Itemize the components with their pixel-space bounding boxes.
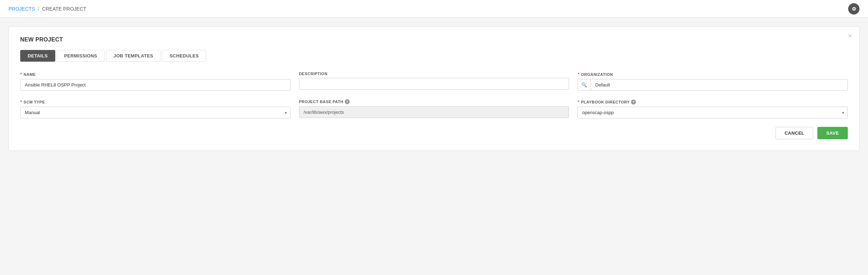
save-button[interactable]: SAVE bbox=[817, 127, 848, 139]
form-actions: CANCEL SAVE bbox=[20, 127, 848, 139]
description-field-group: DESCRIPTION bbox=[299, 72, 569, 91]
organization-search-button[interactable]: 🔍 bbox=[578, 79, 591, 90]
playbook-directory-label: * PLAYBOOK DIRECTORY ? bbox=[577, 99, 848, 105]
project-base-path-help-icon[interactable]: ? bbox=[345, 99, 350, 104]
scm-type-select[interactable]: Manual Git Subversion Mercurial Red Hat … bbox=[20, 107, 291, 118]
organization-label: * ORGANIZATION bbox=[577, 72, 848, 77]
form-card: NEW PROJECT × DETAILS PERMISSIONS JOB TE… bbox=[9, 26, 859, 151]
tabs-container: DETAILS PERMISSIONS JOB TEMPLATES SCHEDU… bbox=[20, 50, 848, 62]
playbook-required-star: * bbox=[577, 99, 580, 105]
scm-type-select-wrapper: Manual Git Subversion Mercurial Red Hat … bbox=[20, 107, 291, 118]
organization-input-wrapper: 🔍 bbox=[577, 79, 848, 91]
scm-type-label: * SCM TYPE bbox=[20, 99, 291, 105]
cancel-button[interactable]: CANCEL bbox=[776, 127, 813, 139]
organization-input[interactable] bbox=[591, 79, 847, 90]
breadcrumb-projects-link[interactable]: PROJECTS bbox=[9, 6, 35, 12]
playbook-directory-field-group: * PLAYBOOK DIRECTORY ? openscap-ospp ▾ bbox=[577, 99, 848, 118]
project-base-path-input bbox=[299, 106, 569, 118]
breadcrumb-separator: / bbox=[38, 6, 39, 12]
search-icon: 🔍 bbox=[581, 82, 587, 88]
playbook-directory-select[interactable]: openscap-ospp bbox=[577, 107, 848, 118]
breadcrumb: PROJECTS / CREATE PROJECT bbox=[9, 6, 86, 12]
tab-schedules[interactable]: SCHEDULES bbox=[162, 50, 206, 62]
tab-permissions[interactable]: PERMISSIONS bbox=[57, 50, 105, 62]
scm-required-star: * bbox=[20, 99, 22, 105]
playbook-directory-select-wrapper: openscap-ospp ▾ bbox=[577, 107, 848, 118]
description-input[interactable] bbox=[299, 78, 569, 90]
project-base-path-label: PROJECT BASE PATH ? bbox=[299, 99, 569, 104]
top-bar: PROJECTS / CREATE PROJECT ⚙ bbox=[0, 0, 868, 18]
tab-job-templates[interactable]: JOB TEMPLATES bbox=[106, 50, 160, 62]
close-button[interactable]: × bbox=[848, 32, 852, 39]
description-label: DESCRIPTION bbox=[299, 72, 569, 76]
project-base-path-field-group: PROJECT BASE PATH ? bbox=[299, 99, 569, 118]
name-input[interactable] bbox=[20, 79, 291, 91]
card-title: NEW PROJECT bbox=[20, 37, 848, 43]
org-required-star: * bbox=[577, 72, 580, 77]
main-content: NEW PROJECT × DETAILS PERMISSIONS JOB TE… bbox=[0, 18, 868, 159]
name-required-star: * bbox=[20, 72, 22, 77]
avatar[interactable]: ⚙ bbox=[848, 3, 859, 15]
avatar-icon: ⚙ bbox=[852, 6, 856, 12]
scm-type-field-group: * SCM TYPE Manual Git Subversion Mercuri… bbox=[20, 99, 291, 118]
playbook-directory-help-icon[interactable]: ? bbox=[631, 100, 636, 105]
organization-field-group: * ORGANIZATION 🔍 bbox=[577, 72, 848, 91]
tab-details[interactable]: DETAILS bbox=[20, 50, 55, 62]
breadcrumb-current: CREATE PROJECT bbox=[42, 6, 86, 12]
name-field-group: * NAME bbox=[20, 72, 291, 91]
form-row-2: * SCM TYPE Manual Git Subversion Mercuri… bbox=[20, 99, 848, 118]
form-row-1: * NAME DESCRIPTION * ORGANIZATION 🔍 bbox=[20, 72, 848, 91]
name-label: * NAME bbox=[20, 72, 291, 77]
